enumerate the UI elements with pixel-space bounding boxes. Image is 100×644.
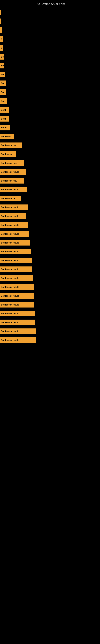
bar-row [0, 17, 100, 26]
bar-row: Bottl [0, 106, 100, 114]
bar-row: Bottleneck result [0, 247, 100, 256]
bar-row: Bo [0, 79, 100, 88]
result-bar: Bottleneck result [0, 337, 36, 343]
result-bar [0, 10, 1, 15]
result-bar: Bottleneck result [0, 302, 34, 308]
bar-row: Bottleneck result [0, 265, 100, 274]
bar-row: Bo [0, 88, 100, 96]
bar-row: Bottleneck resu [0, 176, 100, 185]
bar-row: Bottleneck result [0, 327, 100, 336]
bar-row: Bottleneck result [0, 336, 100, 344]
result-bar: Bottleneck result [0, 275, 33, 281]
result-bar: Bo [0, 89, 6, 95]
result-bar: B [0, 45, 3, 51]
bar-row: Bottleneck result [0, 230, 100, 238]
bar-row: B [0, 44, 100, 52]
bar-row: Bottleneck resu [0, 158, 100, 168]
result-bar: Bottleneck result [0, 240, 30, 246]
result-bar [0, 18, 1, 24]
result-bar: Bo [0, 63, 4, 68]
result-bar: Bottl [0, 116, 9, 122]
result-bar: Bottleneck result [0, 231, 29, 237]
bar-row: Bottleneck result [0, 220, 100, 230]
result-bar: Bottleneck result [0, 320, 35, 325]
result-bar: Bo [0, 54, 4, 60]
result-bar: Bottleneck result [0, 169, 26, 175]
result-bar: Bottleneck res [0, 142, 22, 148]
bar-row: Bo [0, 52, 100, 61]
bar-row: Bottleneck resul [0, 212, 100, 220]
bar-row: Bottleneck result [0, 309, 100, 318]
result-bar: Bot [0, 98, 7, 104]
result-bar: Bottleneck result [0, 187, 27, 192]
result-bar: Bottleneck result [0, 311, 35, 316]
result-bar: Bottleneck result [0, 249, 31, 254]
bar-row: Bottle [0, 123, 100, 132]
bar-row: Bottleneck result [0, 256, 100, 265]
result-bar: Bottleneck re [0, 196, 21, 201]
result-bar: Bottl [0, 107, 9, 113]
bar-row: Bot [0, 96, 100, 106]
bar-row: Bottleneck result [0, 203, 100, 212]
bar-row: Bottleneck result [0, 300, 100, 309]
result-bar: Bo [0, 72, 5, 77]
bar-row: Bottleneck res [0, 141, 100, 150]
result-bar: Bottleneck resu [0, 178, 24, 184]
bar-row: B [0, 34, 100, 44]
result-bar: Bottlenec [0, 134, 14, 139]
result-bar: Bottleneck result [0, 328, 36, 334]
site-title: TheBottlenecker.com [0, 1, 100, 8]
bar-row: Bottleneck result [0, 282, 100, 292]
result-bar: Bottleneck result [0, 266, 32, 272]
result-bar: Bottleneck result [0, 204, 28, 210]
bar-row: Bo [0, 61, 100, 70]
bar-row: Bottleneck result [0, 292, 100, 300]
bar-row: Bo [0, 70, 100, 79]
bar-row [0, 26, 100, 34]
result-bar: Bo [0, 80, 6, 86]
bar-row: Bottleneck result [0, 238, 100, 247]
result-bar: Bottleneck [0, 151, 16, 157]
bar-row: Bottleneck result [0, 185, 100, 194]
bar-row: Bottleneck result [0, 318, 100, 327]
bar-row: Bottlenec [0, 132, 100, 141]
result-bar: Bottleneck resul [0, 213, 26, 219]
result-bar: Bottleneck resu [0, 160, 24, 166]
result-bar [0, 27, 1, 33]
bar-row: Bottleneck result [0, 274, 100, 282]
bar-row: Bottl [0, 114, 100, 123]
bars-container: BBBoBoBoBoBoBotBottlBottlBottleBottlenec… [0, 8, 100, 344]
result-bar: Bottleneck result [0, 258, 32, 263]
result-bar: Bottleneck result [0, 293, 34, 299]
result-bar: Bottleneck result [0, 222, 28, 228]
result-bar: Bottle [0, 125, 10, 130]
result-bar: B [0, 36, 3, 42]
bar-row [0, 8, 100, 17]
bar-row: Bottleneck result [0, 168, 100, 176]
bar-row: Bottleneck [0, 150, 100, 158]
bar-row: Bottleneck re [0, 194, 100, 203]
result-bar: Bottleneck result [0, 284, 34, 290]
